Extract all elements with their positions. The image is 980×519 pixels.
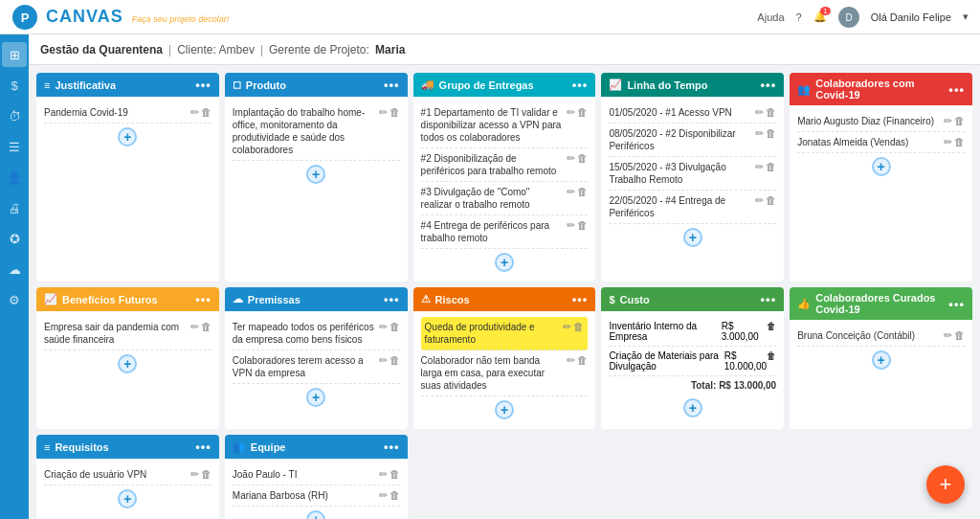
edit-icon[interactable]: ✏ <box>563 321 571 333</box>
delete-icon[interactable]: 🗑 <box>766 127 776 140</box>
add-riscos[interactable]: + <box>495 400 514 419</box>
edit-icon[interactable]: ✏ <box>567 106 575 119</box>
edit-icon[interactable]: ✏ <box>755 161 764 173</box>
delete-icon[interactable]: 🗑 <box>577 354 588 367</box>
edit-icon[interactable]: ✏ <box>944 136 952 148</box>
card-grupo-header: 🚚 Grupo de Entregas ••• <box>413 73 596 97</box>
sidebar-item-print[interactable]: 🖨 <box>2 195 27 220</box>
linha-more[interactable]: ••• <box>761 78 777 92</box>
edit-icon[interactable]: ✏ <box>944 115 952 127</box>
beneficios-title: Benefícios Futuros <box>62 294 158 305</box>
edit-icon[interactable]: ✏ <box>755 194 764 207</box>
delete-icon[interactable]: 🗑 <box>577 186 588 198</box>
edit-icon[interactable]: ✏ <box>567 152 575 165</box>
add-premissas[interactable]: + <box>306 388 325 407</box>
delete-icon[interactable]: 🗑 <box>766 161 776 173</box>
add-requisitos[interactable]: + <box>118 489 137 508</box>
delete-icon[interactable]: 🗑 <box>577 219 588 232</box>
sidebar-item-dollar[interactable]: $ <box>2 73 27 98</box>
edit-icon[interactable]: ✏ <box>190 106 199 119</box>
edit-icon[interactable]: ✏ <box>567 186 575 198</box>
list-item: 08/05/2020 - #2 Disponibilizar Periféric… <box>609 124 776 157</box>
add-colab-covid[interactable]: + <box>872 157 891 176</box>
add-justificativa[interactable]: + <box>118 127 137 147</box>
delete-icon[interactable]: 🗑 <box>201 468 212 481</box>
card-justificativa-header: ≡ Justificativa ••• <box>36 73 219 97</box>
produto-more[interactable]: ••• <box>384 78 400 92</box>
help-link[interactable]: Ajuda <box>757 11 784 23</box>
notification-bell[interactable]: 🔔1 <box>813 11 827 23</box>
sidebar-item-user[interactable]: 👤 <box>2 165 27 190</box>
premissas-more[interactable]: ••• <box>384 292 400 306</box>
edit-icon[interactable]: ✏ <box>944 329 952 342</box>
add-custo[interactable]: + <box>683 398 702 417</box>
add-equipe[interactable]: + <box>306 510 325 519</box>
delete-icon[interactable]: 🗑 <box>390 354 400 367</box>
equipe-more[interactable]: ••• <box>384 440 400 454</box>
cost-total: Total: R$ 13.000,00 <box>609 376 776 395</box>
produto-body: Implantação do trabalho home-office, mon… <box>225 97 408 193</box>
riscos-icon: ⚠ <box>421 293 431 305</box>
riscos-body: Queda de produtividade e faturamento ✏ 🗑… <box>413 311 596 429</box>
beneficios-more[interactable]: ••• <box>195 292 212 306</box>
delete-icon[interactable]: 🗑 <box>201 106 212 119</box>
add-linha[interactable]: + <box>683 228 702 247</box>
edit-icon[interactable]: ✏ <box>190 468 199 481</box>
sidebar-item-cloud[interactable]: ☁ <box>2 257 27 282</box>
justificativa-more[interactable]: ••• <box>195 78 212 92</box>
help-icon[interactable]: ? <box>796 11 802 23</box>
user-chevron[interactable]: ▾ <box>963 11 969 23</box>
edit-icon[interactable]: ✏ <box>379 321 388 333</box>
sidebar-item-settings[interactable]: ⚙ <box>2 287 27 312</box>
delete-icon[interactable]: 🗑 <box>766 106 776 119</box>
requisitos-more[interactable]: ••• <box>195 440 212 454</box>
premissas-title: Premissas <box>248 294 301 305</box>
edit-icon[interactable]: ✏ <box>567 354 575 367</box>
delete-icon[interactable]: 🗑 <box>767 350 776 372</box>
user-name[interactable]: Olá Danilo Felipe <box>871 11 951 23</box>
logo-area: P CANVAS Faça seu projeto decolar! <box>11 4 229 31</box>
delete-icon[interactable]: 🗑 <box>201 321 212 333</box>
delete-icon[interactable]: 🗑 <box>390 106 400 119</box>
grupo-more[interactable]: ••• <box>572 78 589 92</box>
card-premissas-header: ☁ Premissas ••• <box>225 287 408 311</box>
edit-icon[interactable]: ✏ <box>567 219 575 232</box>
edit-icon[interactable]: ✏ <box>379 354 388 367</box>
card-justificativa: ≡ Justificativa ••• Pandemia Covid-19 ✏ … <box>36 73 219 282</box>
sidebar-item-star[interactable]: ✪ <box>2 226 27 251</box>
riscos-more[interactable]: ••• <box>572 292 589 306</box>
list-item: #1 Departamento de TI validar e disponib… <box>421 102 589 148</box>
sidebar-item-clock[interactable]: ⏱ <box>2 103 27 128</box>
add-grupo[interactable]: + <box>495 253 514 272</box>
sidebar-item-list[interactable]: ☰ <box>2 134 27 159</box>
delete-icon[interactable]: 🗑 <box>390 468 400 481</box>
add-produto[interactable]: + <box>306 165 325 184</box>
top-nav-actions: Ajuda ? 🔔1 D Olá Danilo Felipe ▾ <box>757 7 969 28</box>
colab-covid-more[interactable]: ••• <box>948 82 965 97</box>
delete-icon[interactable]: 🗑 <box>767 321 776 342</box>
delete-icon[interactable]: 🗑 <box>573 321 584 333</box>
fab-button[interactable]: + <box>926 465 965 504</box>
edit-icon[interactable]: ✏ <box>379 489 388 502</box>
top-nav: P CANVAS Faça seu projeto decolar! Ajuda… <box>0 0 980 34</box>
edit-icon[interactable]: ✏ <box>190 321 199 333</box>
edit-icon[interactable]: ✏ <box>755 106 764 119</box>
delete-icon[interactable]: 🗑 <box>390 489 400 502</box>
delete-icon[interactable]: 🗑 <box>577 152 588 165</box>
custo-more[interactable]: ••• <box>761 292 777 306</box>
edit-icon[interactable]: ✏ <box>379 468 388 481</box>
delete-icon[interactable]: 🗑 <box>954 329 965 342</box>
delete-icon[interactable]: 🗑 <box>766 194 776 207</box>
justificativa-icon: ≡ <box>44 79 50 91</box>
delete-icon[interactable]: 🗑 <box>954 136 965 148</box>
edit-icon[interactable]: ✏ <box>379 106 388 119</box>
add-beneficios[interactable]: + <box>118 354 137 373</box>
add-curados[interactable]: + <box>872 350 891 370</box>
edit-icon[interactable]: ✏ <box>755 127 764 140</box>
curados-more[interactable]: ••• <box>948 297 965 311</box>
delete-icon[interactable]: 🗑 <box>577 106 588 119</box>
sidebar-item-grid[interactable]: ⊞ <box>2 42 27 67</box>
delete-icon[interactable]: 🗑 <box>390 321 400 333</box>
custo-title: Custo <box>620 294 650 305</box>
delete-icon[interactable]: 🗑 <box>954 115 965 127</box>
